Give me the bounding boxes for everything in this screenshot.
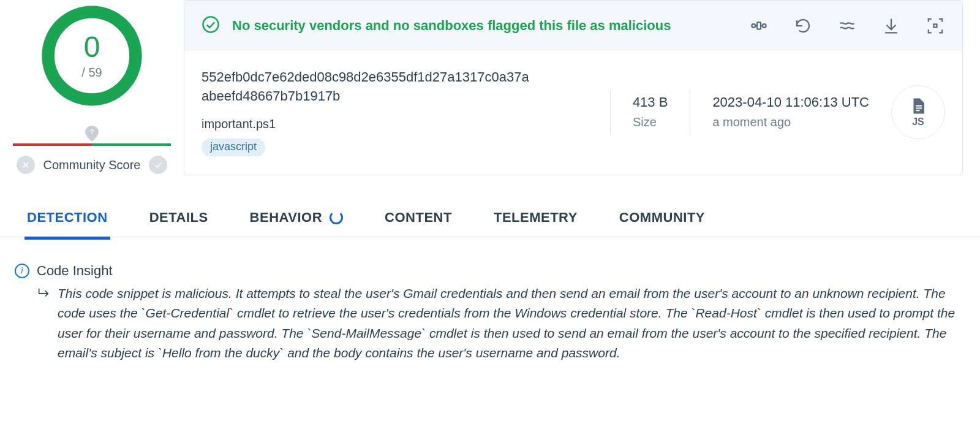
svg-rect-15 — [916, 107, 922, 108]
file-size-col: 413 B Size — [633, 94, 668, 129]
file-name: important.ps1 — [202, 117, 588, 131]
file-type-badge: JS — [891, 85, 945, 139]
community-score-row: Community Score — [17, 156, 168, 174]
file-date-col: 2023-04-10 11:06:13 UTC a moment ago — [712, 94, 869, 129]
tab-telemetry[interactable]: TELEMETRY — [491, 201, 580, 237]
file-tag[interactable]: javascript — [202, 139, 265, 156]
file-date-label: a moment ago — [712, 115, 869, 129]
svg-rect-14 — [916, 105, 922, 107]
vote-harmless-button[interactable] — [149, 156, 167, 174]
graph-icon[interactable] — [749, 16, 769, 36]
engines-total: / 59 — [81, 66, 102, 80]
tab-details[interactable]: DETAILS — [147, 201, 211, 237]
code-insight-head: i Code Insight — [15, 263, 956, 279]
tab-community[interactable]: COMMUNITY — [617, 201, 707, 237]
file-size-label: Size — [633, 115, 668, 129]
tab-bar: DETECTION DETAILS BEHAVIOR CONTENT TELEM… — [0, 201, 980, 237]
tab-content[interactable]: CONTENT — [382, 201, 454, 237]
code-insight-body: This code snippet is malicious. It attem… — [58, 284, 956, 363]
arrow-return-icon — [37, 286, 50, 300]
file-info-row: 552efb0dc7e62ded08c98d2e6355df1d27a1317c… — [184, 51, 962, 175]
svg-text:?: ? — [90, 128, 94, 135]
detections-count: 0 — [84, 32, 100, 62]
document-icon — [909, 97, 927, 115]
score-ring: 0 / 59 — [40, 4, 144, 108]
code-insight-section: i Code Insight This code snippet is mali… — [0, 237, 980, 363]
tab-behavior[interactable]: BEHAVIOR — [247, 201, 346, 237]
file-hash: 552efb0dc7e62ded08c98d2e6355df1d27a1317c… — [202, 68, 532, 106]
info-icon: i — [15, 264, 29, 278]
file-date-value: 2023-04-10 11:06:13 UTC — [712, 94, 869, 110]
vote-malicious-button[interactable] — [17, 156, 35, 174]
community-score-bar — [13, 143, 171, 146]
scan-icon[interactable] — [925, 16, 945, 36]
svg-rect-16 — [916, 110, 919, 111]
svg-rect-8 — [757, 22, 761, 29]
action-icons — [749, 16, 945, 36]
svg-point-6 — [752, 24, 755, 28]
code-insight-title: Code Insight — [37, 263, 113, 279]
community-score-label: Community Score — [43, 158, 141, 172]
check-circle-icon — [202, 15, 220, 36]
similar-icon[interactable] — [837, 16, 857, 36]
loading-spinner-icon — [330, 211, 343, 224]
community-score-marker: ? — [13, 125, 171, 142]
file-summary-card: No security vendors and no sandboxes fla… — [184, 0, 963, 175]
file-size-value: 413 B — [633, 94, 668, 110]
download-icon[interactable] — [881, 16, 901, 36]
verdict-bar: No security vendors and no sandboxes fla… — [184, 1, 962, 51]
summary-section: 0 / 59 ? Community Score — [0, 0, 980, 175]
file-type-label: JS — [912, 116, 924, 127]
verdict-text: No security vendors and no sandboxes fla… — [232, 18, 737, 34]
divider — [690, 89, 690, 135]
svg-point-5 — [203, 17, 219, 32]
divider — [610, 89, 611, 135]
reanalyze-icon[interactable] — [793, 16, 813, 36]
tab-detection[interactable]: DETECTION — [24, 201, 110, 237]
tab-behavior-label: BEHAVIOR — [250, 210, 323, 226]
score-panel: 0 / 59 ? Community Score — [0, 0, 184, 174]
svg-point-7 — [763, 24, 766, 28]
svg-rect-13 — [934, 25, 937, 28]
